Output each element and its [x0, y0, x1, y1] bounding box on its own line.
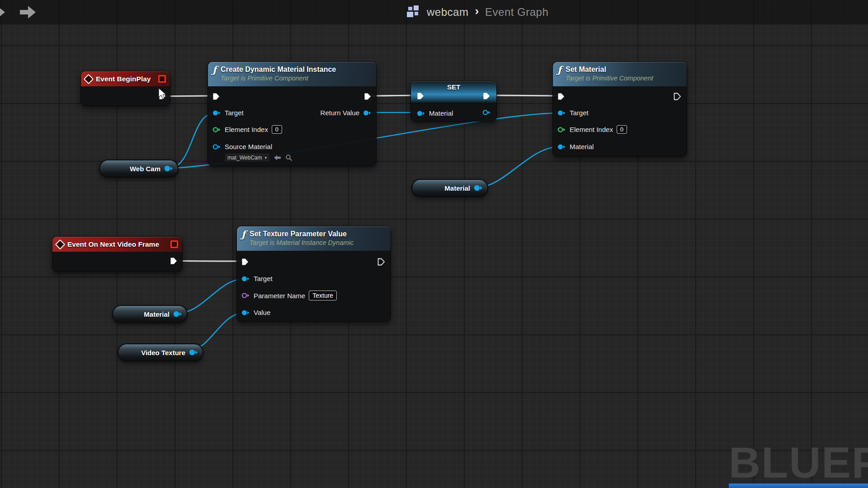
node-subtitle: Target is Primitive Component [221, 74, 336, 83]
node-title: Set Texture Parameter Value [250, 230, 354, 239]
pin-label: Element Index [225, 126, 268, 133]
browse-asset-magnifier-icon[interactable] [285, 154, 292, 161]
wire-material-to-stpv-target[interactable] [176, 279, 244, 314]
use-selected-asset-icon[interactable] [274, 155, 282, 161]
back-arrow-icon[interactable] [0, 5, 6, 20]
stpv-header[interactable]: ƒ Set Texture Parameter Value Target is … [237, 226, 391, 251]
exec-in-pin[interactable] [417, 92, 425, 100]
exec-out-pin[interactable] [483, 92, 491, 100]
source-material-pin[interactable] [212, 144, 221, 150]
blueprint-canvas[interactable]: BLUEPRINT webcam › [0, 0, 868, 488]
pin-label: Material [570, 143, 594, 150]
variable-label: Web Cam [130, 165, 160, 173]
variable-get-web-cam[interactable]: Web Cam [99, 160, 179, 178]
target-pin[interactable] [212, 110, 221, 116]
parameter-name-input[interactable]: Texture [309, 291, 337, 300]
element-index-input[interactable]: 0 [272, 125, 282, 134]
event-header[interactable]: Event On Next Video Frame [52, 237, 182, 252]
node-set-texture-parameter-value[interactable]: ƒ Set Texture Parameter Value Target is … [236, 226, 391, 322]
exec-out-pin[interactable] [674, 93, 681, 100]
source-material-dropdown[interactable]: mat_WebCam ▾ [224, 153, 270, 162]
exec-out-pin[interactable] [377, 258, 385, 266]
target-pin[interactable] [557, 110, 566, 116]
exec-out-pin[interactable] [170, 257, 178, 265]
exec-in-pin[interactable] [241, 258, 249, 266]
variable-label: Material [144, 310, 170, 318]
wire-exec-set-to-setmaterial[interactable] [487, 95, 560, 96]
node-title: SET [411, 81, 496, 93]
function-icon: ƒ [212, 65, 217, 75]
pin-label: Target [254, 275, 273, 282]
element-index-pin[interactable] [557, 127, 566, 133]
event-diamond-icon [55, 239, 66, 249]
variable-out-pin[interactable] [474, 184, 483, 192]
return-value-pin[interactable] [363, 110, 372, 116]
breadcrumb-graph-name[interactable]: Event Graph [485, 6, 548, 19]
node-event-on-next-video-frame[interactable]: Event On Next Video Frame [52, 236, 183, 272]
element-index-pin[interactable] [212, 127, 221, 133]
node-subtitle: Target is Material Instance Dynamic [250, 239, 354, 247]
blueprint-graph-icon [407, 5, 421, 19]
pin-label: Parameter Name [254, 292, 305, 300]
node-set-material[interactable]: ƒ Set Material Target is Primitive Compo… [552, 61, 687, 157]
pin-label: Target [225, 109, 244, 117]
node-create-dynamic-material-instance[interactable]: ƒ Create Dynamic Material Instance Targe… [208, 61, 377, 166]
event-redbox-icon [170, 240, 178, 248]
graph-title-bar: webcam › Event Graph [0, 0, 868, 24]
element-index-input[interactable]: 0 [617, 125, 627, 134]
node-event-beginplay[interactable]: Event BeginPlay [80, 71, 170, 106]
function-icon: ƒ [557, 65, 561, 75]
mouse-cursor [158, 88, 167, 100]
variable-out-pin[interactable] [164, 165, 173, 172]
node-subtitle: Target is Primitive Component [566, 74, 653, 83]
pin-label: Material [429, 109, 453, 117]
forward-arrow-icon[interactable] [19, 5, 37, 20]
variable-get-material-bottom[interactable]: Material [112, 305, 188, 323]
variable-label: Material [444, 184, 470, 192]
wire-exec-beginplay-to-cdmi[interactable] [163, 96, 215, 96]
breadcrumb: webcam › Event Graph [407, 0, 548, 24]
function-icon: ƒ [241, 230, 245, 239]
event-diamond-icon [84, 74, 94, 84]
exec-out-pin[interactable] [364, 93, 372, 100]
pin-label: Return Value [321, 109, 359, 117]
breadcrumb-chevron-icon: › [475, 4, 479, 18]
wire-material-to-setmaterial-material[interactable] [477, 147, 558, 188]
exec-in-pin[interactable] [212, 93, 220, 100]
pin-label: Target [570, 109, 589, 117]
material-in-pin[interactable] [417, 110, 425, 117]
variable-get-material-top[interactable]: Material [411, 179, 488, 197]
variable-out-pin[interactable] [173, 310, 182, 318]
event-beginplay-header[interactable]: Event BeginPlay [81, 71, 170, 86]
event-redbox-icon [158, 75, 166, 83]
target-pin[interactable] [241, 276, 250, 282]
pin-label: Element Index [570, 126, 613, 133]
cdmi-header[interactable]: ƒ Create Dynamic Material Instance Targe… [208, 62, 376, 86]
material-pin[interactable] [557, 144, 566, 150]
variable-label: Video Texture [141, 349, 185, 357]
node-set-material-variable[interactable]: SET Material [410, 81, 497, 122]
node-title: Event On Next Video Frame [67, 240, 159, 249]
material-out-pin[interactable] [482, 109, 491, 116]
node-title: Event BeginPlay [96, 75, 151, 83]
variable-get-video-texture[interactable]: Video Texture [118, 343, 203, 361]
node-title: Set Material [566, 65, 653, 74]
variable-out-pin[interactable] [189, 349, 198, 356]
node-title: Create Dynamic Material Instance [221, 65, 336, 74]
set-material-header[interactable]: ƒ Set Material Target is Primitive Compo… [553, 62, 687, 86]
source-material-value: mat_WebCam [227, 155, 262, 161]
breadcrumb-asset-name[interactable]: webcam [427, 6, 468, 19]
value-pin[interactable] [241, 310, 250, 316]
dropdown-caret-icon: ▾ [264, 155, 267, 160]
exec-in-pin[interactable] [557, 93, 565, 100]
pin-label: Source Material [225, 143, 272, 150]
parameter-name-pin[interactable] [241, 292, 250, 299]
wire-exec-videoframe-to-stpv[interactable] [174, 261, 244, 261]
pin-label: Value [254, 309, 270, 316]
